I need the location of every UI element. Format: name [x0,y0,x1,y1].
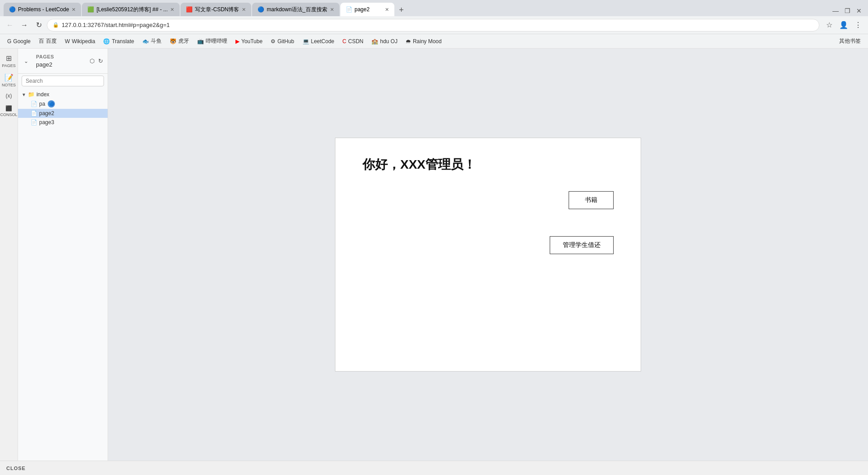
translate-icon: 🌐 [103,38,110,45]
bookmark-leetcode-label: LeetCode [311,38,335,45]
tab-close-page2[interactable]: ✕ [385,7,389,13]
bookmark-douyu-label: 斗鱼 [151,37,162,45]
sidebar-page-title: page2 [32,60,58,71]
main-area: ⊞ PAGES 📝 NOTES (x) ⬛ CONSOL ⌄ [0,49,868,461]
bookmark-wikipedia[interactable]: W Wikipedia [61,37,99,46]
bookmark-other-label: 其他书签 [839,37,861,45]
bookmark-baidu-label: 百度 [46,37,57,45]
file-icon-page3: 📄 [31,119,37,125]
console-icon-label: CONSOL [0,112,18,117]
hduoj-icon: 🏫 [371,38,378,45]
sidebar-action-icons: ⬡ ↻ [89,57,104,65]
tree-item-page2[interactable]: 📄 page2 [18,109,108,118]
browser-window: 🔵 Problems - LeetCode ✕ 🟩 [Leslie5205912… [0,0,868,475]
page-frame: 你好，XXX管理员！ 书籍 管理学生借还 [335,138,641,372]
tab-favicon-markdown: 🔵 [258,6,264,13]
bookmark-hduoj-label: hdu OJ [380,38,398,45]
vars-icon: (x) [6,93,12,99]
bookmark-douyu[interactable]: 🐟 斗鱼 [139,36,165,46]
tree-label-index: index [36,91,50,98]
tree-label-page3: page3 [39,119,54,125]
url-text: 127.0.0.1:32767/start.html#p=page2&g=1 [62,22,814,28]
tree-item-page1[interactable]: 📄 pa 🔵 [18,99,108,109]
bookmark-star-button[interactable]: ☆ [823,19,836,31]
window-controls: — ❐ ✕ [830,5,864,16]
bookmark-translate[interactable]: 🌐 Translate [99,37,138,46]
address-bar[interactable]: 🔒 127.0.0.1:32767/start.html#p=page2&g=1 [47,19,819,31]
tab-favicon-page2: 📄 [346,6,352,13]
sidebar-wrapper: ⊞ PAGES 📝 NOTES (x) ⬛ CONSOL ⌄ [0,49,108,461]
csdn-icon: C [343,38,347,45]
tab-leetcode[interactable]: 🔵 Problems - LeetCode ✕ [4,3,81,16]
bookmark-csdn[interactable]: C CSDN [339,37,367,46]
profile-button[interactable]: 👤 [837,19,850,31]
new-tab-button[interactable]: + [395,4,408,16]
sidebar-export-icon[interactable]: ⬡ [89,57,95,65]
content-area: 你好，XXX管理员！ 书籍 管理学生借还 [108,49,868,461]
tree-item-page3[interactable]: 📄 page3 [18,118,108,127]
tab-leslie[interactable]: 🟩 [Leslie5205912的博客] ## - ... ✕ [82,3,180,16]
tab-close-leetcode[interactable]: ✕ [72,7,76,13]
maximize-button[interactable]: ❐ [842,5,853,16]
tab-close-csdn[interactable]: ✕ [242,7,246,13]
sidebar-icon-pages[interactable]: ⊞ PAGES [1,52,17,70]
bottom-bar: CLOSE [0,461,868,475]
tree-arrow-index: ▼ [22,92,26,97]
bookmark-rainymood-label: Rainy Mood [413,38,442,45]
notes-icon: 📝 [5,73,14,82]
bookmark-github[interactable]: ⚙ GitHub [267,37,298,46]
forward-button[interactable]: → [18,19,31,31]
manage-button[interactable]: 管理学生借还 [550,236,614,254]
page1-badge: 🔵 [48,100,55,108]
leetcode-icon: 💻 [303,38,309,45]
pages-icon-label: PAGES [2,63,15,68]
bilibili-icon: 📺 [197,38,204,45]
sidebar-icon-vars[interactable]: (x) [1,91,17,102]
sidebar-icon-notes[interactable]: 📝 NOTES [1,72,17,89]
back-button[interactable]: ← [4,19,16,31]
bookmark-csdn-label: CSDN [348,38,363,45]
close-window-button[interactable]: ✕ [854,5,864,16]
bookmark-github-label: GitHub [277,38,294,45]
search-input[interactable] [22,76,104,86]
sidebar-header: ⌄ PAGES page2 ⬡ ↻ [18,49,108,74]
tab-csdn[interactable]: 🟥 写文章-CSDN博客 ✕ [181,3,251,16]
bookmark-youtube-label: YouTube [241,38,262,45]
bookmark-leetcode[interactable]: 💻 LeetCode [299,37,338,46]
tree-item-index[interactable]: ▼ 📁 index [18,90,108,99]
bookmark-youtube[interactable]: ▶ YouTube [232,37,266,46]
tab-favicon-leslie: 🟩 [87,6,94,13]
books-button[interactable]: 书籍 [569,191,614,209]
baidu-icon: 百 [39,37,44,45]
tab-title-csdn: 写文章-CSDN博客 [195,6,239,13]
tab-page2[interactable]: 📄 page2 ✕ [340,3,394,16]
tab-markdown[interactable]: 🔵 markdown语法_百度搜索 ✕ [252,3,339,16]
bookmark-wikipedia-label: Wikipedia [72,38,95,45]
tab-close-markdown[interactable]: ✕ [330,7,334,13]
file-icon-page2: 📄 [31,110,37,117]
bookmark-google[interactable]: G Google [4,37,34,46]
security-icon: 🔒 [53,22,59,28]
youtube-icon: ▶ [235,38,240,45]
sidebar-refresh-icon[interactable]: ↻ [97,57,104,65]
huya-icon: 🐯 [170,38,176,45]
minimize-button[interactable]: — [830,5,841,16]
tab-close-leslie[interactable]: ✕ [170,7,174,13]
close-button[interactable]: CLOSE [4,465,28,472]
bookmark-bilibili[interactable]: 📺 哔哩哔哩 [194,36,231,46]
bookmark-hduoj[interactable]: 🏫 hdu OJ [368,37,401,46]
douyu-icon: 🐟 [142,38,149,45]
bookmark-other[interactable]: 其他书签 [836,36,864,46]
bookmarks-bar: G Google 百 百度 W Wikipedia 🌐 Translate 🐟 … [0,34,868,49]
bookmark-translate-label: Translate [112,38,134,45]
bookmark-huya-label: 虎牙 [178,37,189,45]
bookmark-rainymood[interactable]: 🌧 Rainy Mood [402,37,445,46]
refresh-button[interactable]: ↻ [32,19,45,31]
bookmark-baidu[interactable]: 百 百度 [35,36,60,46]
menu-button[interactable]: ⋮ [852,19,864,31]
bookmark-bilibili-label: 哔哩哔哩 [206,37,227,45]
sidebar-icon-console[interactable]: ⬛ CONSOL [1,103,17,119]
sidebar-collapse-button[interactable]: ⌄ [22,57,31,66]
bookmark-huya[interactable]: 🐯 虎牙 [166,36,193,46]
tree-label-page1: pa [39,101,45,107]
